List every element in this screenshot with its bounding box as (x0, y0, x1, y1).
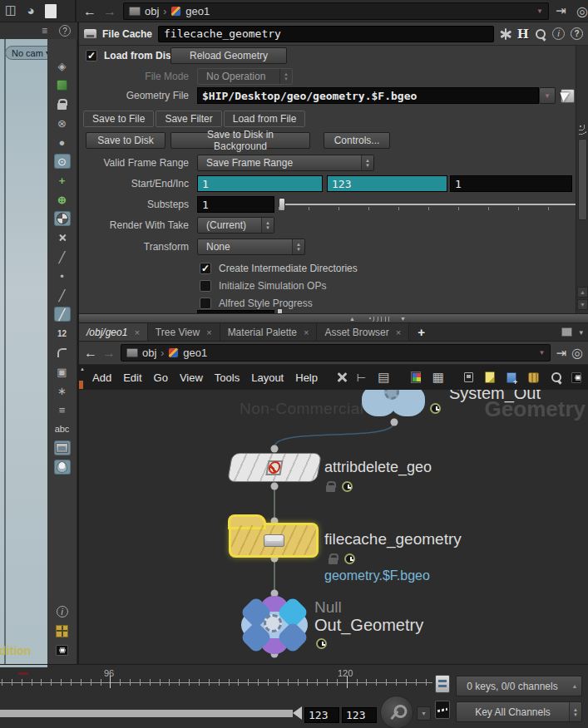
sphere-icon[interactable]: ● (55, 135, 70, 149)
scissors-icon[interactable] (55, 231, 70, 244)
tab-tree-view[interactable]: Tree View × (148, 323, 220, 341)
add-image-icon[interactable] (506, 372, 516, 383)
image-icon[interactable] (55, 441, 70, 455)
link-target-icon[interactable]: ◎ (576, 3, 588, 19)
hide-icon[interactable]: ⊗ (55, 116, 70, 130)
substeps-input[interactable] (197, 196, 274, 213)
menu-tools[interactable]: Tools (215, 371, 240, 384)
grid-icon[interactable]: ▦ (432, 370, 444, 385)
node-filecache[interactable] (231, 525, 316, 555)
node-label-attribdelete[interactable]: attribdelete_geo (324, 459, 432, 476)
scroll-down-button[interactable]: ▼ (577, 299, 588, 310)
menu-help[interactable]: Help (295, 371, 318, 384)
menu-layout[interactable]: Layout (251, 371, 284, 384)
end-frame-input[interactable] (327, 175, 447, 192)
tab-close-icon[interactable]: × (206, 327, 211, 337)
net-forward-icon[interactable]: → (102, 346, 116, 361)
range-slider[interactable] (0, 710, 293, 717)
axis-icon[interactable]: ∗ (55, 384, 70, 397)
net-breadcrumb-parent[interactable]: obj (142, 347, 156, 359)
key-options-dropdown[interactable]: ▼ (417, 706, 431, 721)
abc-text-icon[interactable]: abc (55, 422, 70, 435)
path-dropdown-icon[interactable]: ▼ (536, 7, 543, 15)
create-intermediate-dirs-checkbox[interactable]: ✓ (200, 263, 211, 274)
key-mode-dropdown[interactable]: Key All Channels ▲▼ (456, 701, 582, 722)
pin-icon[interactable]: ⇥ (556, 346, 566, 361)
save-to-disk-background-button[interactable]: Save to Disk in Background (170, 132, 310, 149)
gear-icon[interactable] (500, 28, 511, 40)
slider-handle[interactable] (279, 198, 285, 211)
keys-info-bar[interactable]: 0 keys, 0/0 channels ▲ (456, 676, 582, 696)
pane-maximize-icon[interactable] (561, 327, 572, 337)
alfred-style-progress-checkbox[interactable] (200, 298, 211, 309)
add-camera-icon[interactable]: ⊕ (55, 193, 70, 206)
file-mode-dropdown[interactable]: No Operation ▲▼ (197, 68, 293, 85)
brush-size-icon[interactable]: 12 (55, 327, 70, 340)
color-palette-icon[interactable] (411, 371, 420, 383)
network-breadcrumb[interactable]: obj › geo1 ▼ (121, 344, 551, 362)
tab-close-icon[interactable]: × (304, 327, 309, 337)
snapshot-icon[interactable] (55, 78, 70, 91)
view-icon[interactable]: ◈ (55, 59, 70, 72)
chalk-icon[interactable]: ╱ (55, 288, 70, 302)
visibility-icon[interactable] (571, 372, 581, 383)
quadview-icon[interactable] (55, 624, 70, 637)
parameter-scrollbar[interactable]: ▲ ▼ (576, 46, 588, 313)
pin-icon[interactable]: ⇥ (556, 3, 566, 18)
bundle-icon[interactable] (528, 372, 539, 383)
viewport-edge[interactable]: No cam ▾ ial Edition (0, 39, 47, 665)
menu-edit[interactable]: Edit (123, 371, 141, 384)
current-frame-input[interactable] (304, 707, 339, 723)
search-icon[interactable] (535, 28, 546, 40)
tab-asset-browser[interactable]: Asset Browser × (317, 323, 409, 341)
load-from-disk-checkbox[interactable]: ✓ (86, 50, 97, 61)
start-frame-input[interactable] (197, 175, 323, 192)
sphere-tool-icon[interactable]: ◕ (23, 3, 38, 17)
load-from-file-button[interactable]: Load from File (224, 111, 306, 127)
scroll-up-icon[interactable]: ▲ (80, 366, 85, 371)
pane-grip[interactable] (579, 125, 586, 136)
tab-close-icon[interactable]: × (134, 327, 139, 337)
node-label-out-geometry[interactable]: Out_Geometry (314, 616, 423, 635)
inc-frame-input[interactable] (450, 175, 572, 192)
tab-obj-geo1[interactable]: /obj/geo1 × (79, 323, 148, 341)
layout-window-icon[interactable] (464, 372, 473, 382)
expand-icon[interactable]: ▲ (568, 683, 581, 689)
pane-splitter[interactable]: ▲ ▼ (79, 313, 588, 323)
save-to-disk-button[interactable]: Save to Disk (86, 132, 166, 149)
scroll-up-button[interactable]: ▲ (577, 287, 588, 298)
pen-icon[interactable]: ╱ (55, 307, 70, 321)
breadcrumb-parent[interactable]: obj (145, 5, 159, 17)
tree-icon[interactable]: ⊢ (357, 371, 366, 384)
splitter-grip[interactable] (368, 317, 390, 322)
bbox-icon[interactable]: ▣ (55, 365, 70, 378)
controls-button[interactable]: Controls... (324, 132, 390, 149)
save-to-file-button[interactable]: Save to File (83, 111, 154, 127)
info-icon[interactable]: i (55, 605, 70, 618)
forward-arrow-icon[interactable]: → (103, 4, 116, 19)
substeps-slider[interactable] (279, 196, 576, 213)
keyframe-options-icon[interactable] (435, 675, 450, 693)
knife-icon[interactable]: ╱ (55, 250, 70, 263)
link-target-icon[interactable]: ◎ (571, 345, 583, 361)
node-system-out[interactable] (362, 390, 425, 420)
net-breadcrumb-current[interactable]: geo1 (183, 347, 534, 359)
find-icon[interactable] (551, 371, 560, 383)
breadcrumb-current[interactable]: geo1 (185, 5, 532, 17)
node-name-input[interactable] (158, 26, 494, 42)
net-back-icon[interactable]: ← (84, 346, 97, 361)
initialize-simulation-ops-checkbox[interactable] (200, 280, 211, 292)
list-icon[interactable]: ▤ (378, 370, 389, 385)
node-out-geometry[interactable] (240, 596, 309, 654)
node-label-filecache[interactable]: filecache_geometry (324, 530, 462, 548)
path-dropdown-icon[interactable]: ▼ (539, 349, 546, 357)
channel-scope-icon[interactable] (435, 701, 450, 719)
location-pin-icon[interactable] (55, 460, 70, 474)
sticky-note-icon[interactable] (485, 371, 495, 383)
back-arrow-icon[interactable]: ← (83, 4, 96, 19)
material-sphere-icon[interactable] (55, 212, 70, 225)
pane-menu-icon[interactable]: ▾ (579, 328, 583, 337)
menu-view[interactable]: View (180, 371, 203, 384)
houdini-logo-icon[interactable]: H (517, 27, 529, 42)
frame-display-input[interactable] (342, 707, 377, 723)
